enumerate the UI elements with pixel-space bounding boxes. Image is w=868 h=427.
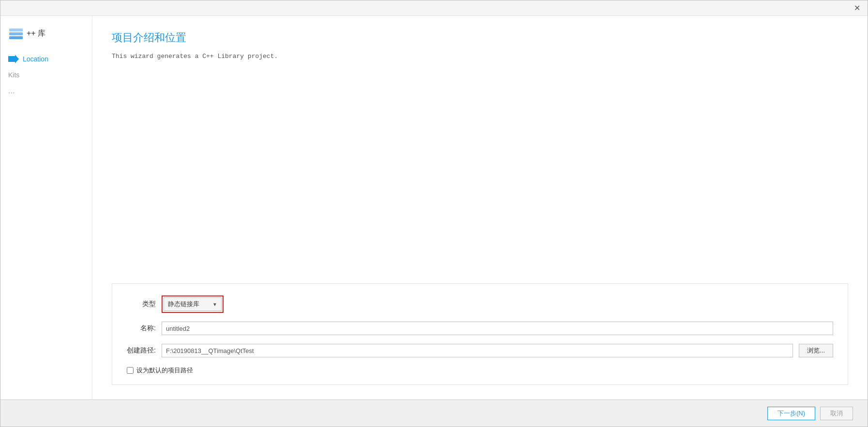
sidebar-logo-text: ++ 库: [27, 29, 45, 39]
name-form-row: 名称:: [127, 322, 833, 335]
checkbox-row: 设为默认的项目路径: [127, 366, 833, 375]
path-input[interactable]: [162, 344, 793, 357]
main-content: 项目介绍和位置 This wizard generates a C++ Libr…: [92, 16, 868, 399]
name-label: 名称:: [127, 324, 156, 333]
svg-rect-2: [9, 29, 23, 31]
svg-rect-1: [9, 32, 23, 35]
path-label: 创建路径:: [127, 346, 156, 355]
type-form-row: 类型 静态链接库 ▼: [127, 295, 833, 313]
type-label: 类型: [127, 300, 156, 309]
path-form-row: 创建路径: 浏览...: [127, 344, 833, 357]
sidebar-logo: ++ 库: [0, 26, 53, 51]
next-button[interactable]: 下一步(N): [767, 407, 815, 420]
type-dropdown-wrapper: 静态链接库 ▼: [162, 295, 224, 313]
svg-rect-0: [9, 36, 23, 39]
page-title: 项目介绍和位置: [112, 30, 848, 45]
sidebar-dots: ...: [0, 83, 22, 99]
chevron-down-icon: ▼: [212, 302, 217, 307]
type-dropdown[interactable]: 静态链接库 ▼: [164, 297, 222, 311]
title-bar: ✕: [0, 0, 868, 16]
sidebar-item-location[interactable]: Location: [0, 51, 92, 67]
cpp-library-icon: [8, 26, 24, 41]
dialog-window: ✕ ++ 库 Location Ki: [0, 0, 868, 427]
content-area: ++ 库 Location Kits ... 项目介绍和位置 This wiza…: [0, 16, 868, 399]
page-subtitle: This wizard generates a C++ Library proj…: [112, 53, 848, 60]
close-button[interactable]: ✕: [850, 3, 864, 14]
location-arrow-icon: [8, 55, 19, 63]
sidebar-item-kits-label: Kits: [8, 71, 19, 79]
cancel-button[interactable]: 取消: [820, 407, 853, 420]
sidebar: ++ 库 Location Kits ...: [0, 16, 92, 399]
sidebar-item-location-label: Location: [23, 55, 48, 63]
type-dropdown-text: 静态链接库: [168, 300, 209, 309]
checkbox-label: 设为默认的项目路径: [136, 366, 193, 375]
svg-marker-3: [8, 55, 19, 63]
form-area: 类型 静态链接库 ▼ 名称: 创建路径:: [112, 283, 848, 385]
name-input[interactable]: [162, 322, 833, 335]
browse-button[interactable]: 浏览...: [799, 344, 833, 357]
sidebar-item-kits[interactable]: Kits: [0, 67, 92, 83]
default-path-checkbox[interactable]: [127, 367, 134, 374]
bottom-bar: 下一步(N) 取消: [0, 399, 868, 427]
